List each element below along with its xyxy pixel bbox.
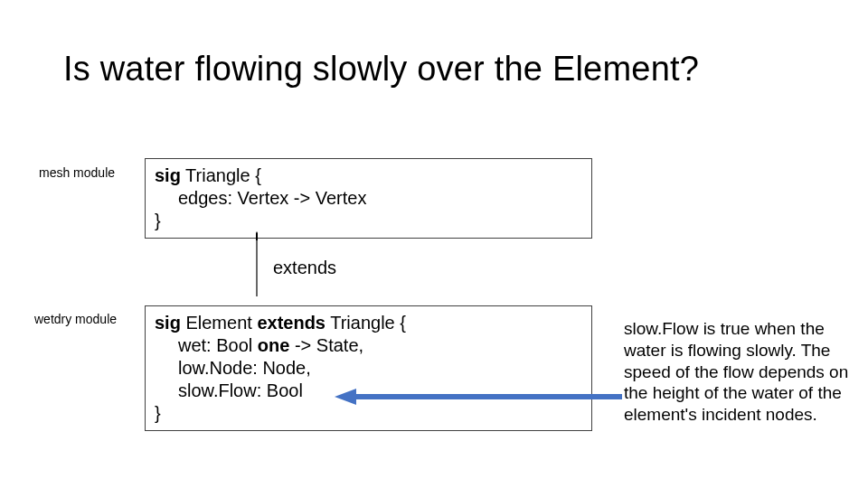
code-text: } [155, 211, 161, 230]
code-line: } [155, 402, 582, 425]
annotation-text: slow.Flow is true when the water is flow… [624, 318, 859, 426]
keyword-extends: extends [257, 313, 326, 333]
code-text: -> State, [289, 335, 363, 355]
keyword-sig: sig [155, 313, 181, 333]
code-text: Triangle { [326, 313, 406, 333]
code-text: Element [181, 313, 257, 333]
mesh-module-label: mesh module [39, 165, 115, 180]
code-text: edges: Vertex -> Vertex [155, 188, 366, 208]
wetdry-module-label: wetdry module [34, 312, 117, 326]
code-text: slow.Flow: Bool [155, 380, 303, 400]
code-line: wet: Bool one -> State, [155, 334, 582, 357]
code-line: sig Element extends Triangle { [155, 312, 582, 334]
extends-arrow-icon [256, 231, 258, 296]
code-text: } [155, 403, 161, 423]
code-line: sig Triangle { [155, 164, 582, 187]
svg-marker-3 [335, 389, 356, 405]
slide-title: Is water flowing slowly over the Element… [63, 50, 699, 89]
code-text: low.Node: Node, [155, 358, 311, 378]
mesh-code-box: sig Triangle { edges: Vertex -> Vertex } [145, 158, 592, 239]
code-text: Triangle { [181, 165, 261, 185]
svg-marker-1 [256, 231, 258, 240]
code-line: low.Node: Node, [155, 357, 582, 380]
keyword-one: one [258, 335, 290, 355]
code-text: wet: Bool [155, 335, 258, 355]
code-line: edges: Vertex -> Vertex [155, 187, 582, 210]
keyword-sig: sig [155, 165, 181, 185]
wetdry-code-box: sig Element extends Triangle { wet: Bool… [145, 305, 592, 431]
extends-label: extends [273, 258, 336, 278]
annotation-arrow-icon [335, 389, 622, 405]
code-line: } [155, 210, 582, 232]
svg-rect-2 [354, 394, 622, 399]
